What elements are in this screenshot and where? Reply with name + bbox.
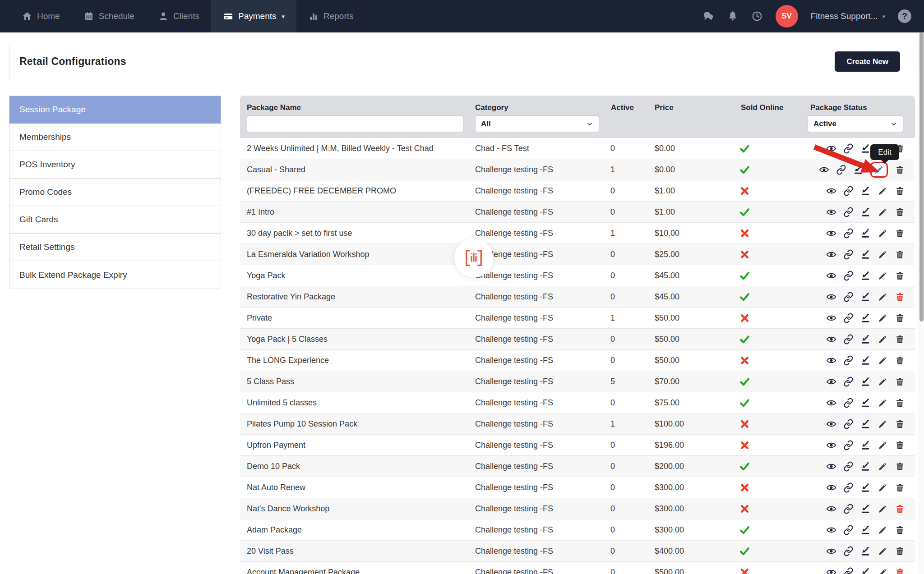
delete-icon[interactable]: [895, 440, 905, 450]
view-icon[interactable]: [826, 186, 836, 196]
delete-icon[interactable]: [895, 165, 905, 175]
link-icon[interactable]: [843, 377, 854, 387]
view-icon[interactable]: [826, 292, 836, 302]
help-icon[interactable]: ?: [898, 9, 911, 23]
chat-icon[interactable]: [702, 10, 714, 22]
import-icon[interactable]: [860, 567, 871, 574]
scrollbar-thumb[interactable]: [919, 32, 924, 321]
edit-icon[interactable]: [878, 186, 888, 196]
link-icon[interactable]: [843, 546, 854, 556]
link-icon[interactable]: [843, 482, 854, 493]
view-icon[interactable]: [826, 207, 836, 217]
delete-icon[interactable]: [895, 292, 905, 302]
import-icon[interactable]: [860, 271, 871, 281]
import-icon[interactable]: [860, 546, 871, 556]
delete-icon[interactable]: [895, 398, 905, 408]
delete-icon[interactable]: [895, 334, 905, 344]
import-icon[interactable]: [860, 334, 871, 344]
package-name-search-input[interactable]: [247, 115, 463, 132]
edit-icon[interactable]: [878, 228, 888, 239]
sidebar-item-session-package[interactable]: Session Package: [9, 96, 221, 124]
view-icon[interactable]: [826, 525, 836, 535]
link-icon[interactable]: [843, 207, 854, 217]
import-icon[interactable]: [860, 143, 871, 154]
import-icon[interactable]: [853, 165, 864, 175]
link-icon[interactable]: [843, 228, 854, 239]
import-icon[interactable]: [860, 292, 871, 302]
history-clock-icon[interactable]: [751, 10, 763, 22]
edit-icon[interactable]: [878, 292, 888, 302]
delete-icon[interactable]: [895, 271, 905, 281]
view-icon[interactable]: [826, 504, 836, 514]
link-icon[interactable]: [843, 271, 854, 281]
edit-icon[interactable]: [878, 419, 888, 429]
delete-icon[interactable]: [895, 249, 905, 260]
category-select[interactable]: All: [475, 115, 599, 132]
edit-icon[interactable]: [878, 271, 888, 281]
edit-icon[interactable]: [878, 567, 888, 574]
import-icon[interactable]: [860, 419, 871, 429]
import-icon[interactable]: [860, 482, 871, 493]
package-status-select[interactable]: Active: [808, 115, 903, 132]
nav-item-reports[interactable]: Reports: [296, 0, 365, 32]
edit-icon[interactable]: [878, 504, 888, 514]
view-icon[interactable]: [826, 228, 836, 239]
link-icon[interactable]: [843, 398, 854, 408]
sidebar-item-bulk-extend-package-expiry[interactable]: Bulk Extend Package Expiry: [9, 261, 221, 289]
import-icon[interactable]: [860, 207, 871, 217]
view-icon[interactable]: [826, 567, 836, 574]
view-icon[interactable]: [819, 165, 829, 175]
edit-icon[interactable]: [878, 546, 888, 556]
edit-icon[interactable]: [878, 249, 888, 260]
link-icon[interactable]: [843, 186, 854, 196]
view-icon[interactable]: [826, 377, 836, 387]
delete-icon[interactable]: [895, 313, 905, 323]
sidebar-item-pos-inventory[interactable]: POS Inventory: [9, 151, 221, 179]
view-icon[interactable]: [826, 334, 836, 344]
delete-icon[interactable]: [895, 525, 905, 535]
edit-icon[interactable]: [878, 207, 888, 217]
link-icon[interactable]: [843, 525, 854, 535]
link-icon[interactable]: [843, 143, 854, 154]
link-icon[interactable]: [843, 313, 854, 323]
link-icon[interactable]: [843, 504, 854, 514]
link-icon[interactable]: [843, 249, 854, 260]
avatar[interactable]: SV: [776, 5, 798, 28]
import-icon[interactable]: [860, 228, 871, 239]
view-icon[interactable]: [826, 419, 836, 429]
delete-icon[interactable]: [895, 504, 905, 514]
delete-icon[interactable]: [895, 355, 905, 366]
view-icon[interactable]: [826, 313, 836, 323]
link-icon[interactable]: [843, 334, 854, 344]
view-icon[interactable]: [826, 546, 836, 556]
nav-item-payments[interactable]: Payments▾: [211, 0, 296, 32]
nav-item-home[interactable]: Home: [10, 0, 72, 32]
edit-icon[interactable]: [878, 377, 888, 387]
import-icon[interactable]: [860, 249, 871, 260]
nav-item-clients[interactable]: Clients: [146, 0, 211, 32]
link-icon[interactable]: [843, 292, 854, 302]
delete-icon[interactable]: [895, 546, 905, 556]
edit-icon[interactable]: [878, 482, 888, 493]
edit-icon[interactable]: [878, 461, 888, 472]
import-icon[interactable]: [860, 440, 871, 450]
sidebar-item-promo-codes[interactable]: Promo Codes: [9, 179, 221, 206]
import-icon[interactable]: [860, 355, 871, 366]
import-icon[interactable]: [860, 525, 871, 535]
delete-icon[interactable]: [895, 419, 905, 429]
link-icon[interactable]: [836, 165, 846, 175]
view-icon[interactable]: [826, 249, 836, 260]
account-menu[interactable]: Fitness Support... ▾: [811, 11, 885, 21]
import-icon[interactable]: [860, 377, 871, 387]
delete-icon[interactable]: [895, 567, 905, 574]
view-icon[interactable]: [826, 461, 836, 472]
link-icon[interactable]: [843, 567, 854, 574]
nav-item-schedule[interactable]: Schedule: [72, 0, 146, 32]
link-icon[interactable]: [843, 355, 854, 366]
edit-icon[interactable]: [878, 334, 888, 344]
edit-icon[interactable]: [878, 525, 888, 535]
import-icon[interactable]: [860, 461, 871, 472]
link-icon[interactable]: [843, 440, 854, 450]
import-icon[interactable]: [860, 313, 871, 323]
sidebar-item-retail-settings[interactable]: Retail Settings: [9, 234, 221, 261]
